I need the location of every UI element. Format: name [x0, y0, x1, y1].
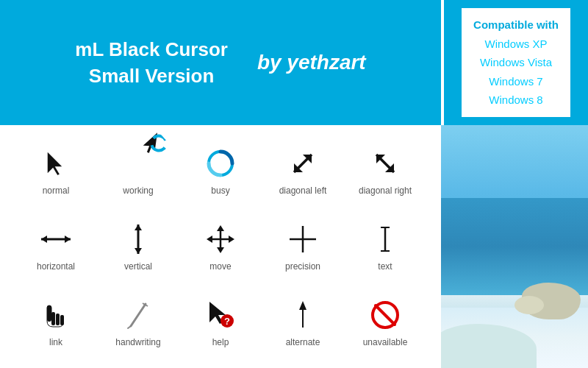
handwriting-icon [123, 297, 153, 333]
svg-line-34 [131, 304, 146, 326]
vertical-label: vertical [124, 261, 152, 272]
cursor-row-2: horizontal vertical [15, 208, 426, 284]
unavailable-label: unavailable [363, 337, 408, 347]
svg-marker-19 [217, 225, 224, 231]
svg-marker-17 [135, 224, 142, 230]
svg-marker-40 [299, 301, 306, 328]
cursor-item-text: text [348, 222, 422, 272]
svg-marker-20 [217, 247, 224, 253]
diagonal-left-icon [288, 146, 318, 181]
normal-icon [44, 146, 68, 181]
svg-marker-15 [65, 236, 71, 243]
cursor-row-1: normal working [15, 132, 426, 208]
cursor-item-diag-right: diagonal right [348, 146, 422, 196]
text-icon [378, 222, 392, 257]
svg-marker-21 [207, 236, 212, 243]
diagonal-left-label: diagonal left [279, 185, 327, 196]
cursor-item-help: ? help [184, 297, 257, 347]
svg-marker-22 [229, 236, 234, 243]
author-label: by yethzart [257, 51, 366, 74]
link-label: link [49, 337, 62, 347]
precision-label: precision [285, 261, 320, 272]
svg-line-42 [376, 305, 395, 325]
svg-line-36 [128, 326, 131, 328]
compat-os-vista: Windows Vista [473, 53, 559, 72]
help-label: help [212, 337, 229, 347]
cursor-item-vertical: vertical [101, 222, 175, 272]
header-right: Compatible with Windows XP Windows Vista… [441, 0, 588, 125]
handwriting-label: handwriting [115, 337, 160, 347]
cursor-item-horizontal: horizontal [19, 222, 93, 272]
link-icon [43, 297, 69, 333]
move-icon [205, 222, 236, 257]
cursor-item-handwriting: handwriting [101, 297, 175, 347]
water [441, 198, 588, 295]
compat-os-xp: Windows XP [473, 35, 559, 54]
cursor-item-busy: busy [184, 146, 257, 196]
svg-rect-33 [47, 305, 51, 322]
working-icon [123, 146, 154, 181]
cursor-item-move: move [184, 222, 257, 272]
diagonal-right-label: diagonal right [359, 185, 412, 196]
alternate-icon [292, 297, 314, 333]
app-title: mL Black Cursor Small Version [75, 36, 228, 90]
svg-marker-18 [135, 248, 142, 254]
horizontal-icon [40, 222, 72, 257]
help-icon: ? [207, 297, 234, 333]
compat-os-7: Windows 7 [473, 72, 559, 91]
svg-rect-30 [51, 312, 55, 325]
cursor-item-normal: normal [19, 146, 93, 196]
cursor-item-precision: precision [266, 222, 340, 272]
main-content: normal working [0, 125, 588, 368]
svg-marker-14 [41, 236, 47, 243]
cursor-row-3: link handwriting ? [15, 285, 426, 361]
diagonal-right-icon [370, 146, 400, 181]
header: mL Black Cursor Small Version by yethzar… [0, 0, 588, 125]
compat-os-8: Windows 8 [473, 91, 559, 110]
cursors-area: normal working [0, 125, 441, 368]
alternate-label: alternate [286, 337, 320, 347]
horizontal-label: horizontal [37, 261, 75, 272]
svg-marker-0 [47, 151, 63, 176]
side-beach-image [441, 125, 588, 368]
cursor-item-diag-left: diagonal left [266, 146, 340, 196]
working-label: working [123, 185, 153, 196]
normal-label: normal [43, 185, 70, 196]
move-label: move [209, 261, 231, 272]
compat-title: Compatible with [473, 15, 559, 35]
compat-info: Compatible with Windows XP Windows Vista… [462, 8, 570, 117]
cursor-item-alternate: alternate [266, 297, 340, 347]
text-label: text [378, 261, 392, 272]
busy-label: busy [211, 185, 229, 196]
cursor-item-unavailable: unavailable [348, 297, 422, 347]
svg-text:?: ? [224, 316, 230, 327]
unavailable-icon [370, 297, 400, 333]
cursor-item-link: link [19, 297, 93, 347]
header-left: mL Black Cursor Small Version by yethzar… [0, 0, 441, 125]
vertical-icon [131, 222, 146, 257]
svg-rect-31 [56, 314, 60, 325]
cursor-item-working: working [101, 146, 175, 196]
busy-icon [206, 146, 235, 181]
precision-icon [288, 222, 318, 257]
